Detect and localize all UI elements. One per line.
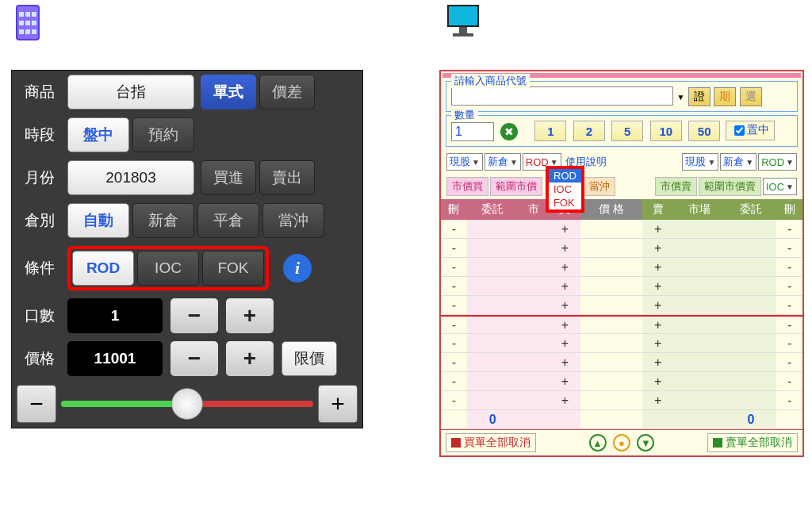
cancel-all-buy[interactable]: 買單全部取消 (446, 433, 536, 452)
label-session: 時段 (20, 125, 67, 145)
label-position: 倉別 (20, 210, 67, 231)
slider-minus[interactable]: − (17, 385, 56, 423)
day-trade[interactable]: 當沖 (584, 177, 615, 196)
row-session: 時段 盤中 預約 (12, 113, 362, 156)
row-position: 倉別 自動 新倉 平倉 當沖 (12, 199, 362, 242)
dropdown-fok[interactable]: FOK (549, 196, 581, 209)
qty-fieldset: 數量 ✖ 1 2 5 10 50 置中 (446, 115, 798, 148)
condition-ioc[interactable]: IOC (137, 251, 199, 286)
desktop-device-icon (447, 5, 479, 36)
h-mkt1: 市 (519, 199, 550, 220)
dropdown-rod[interactable]: ROD (549, 169, 581, 182)
qty-10[interactable]: 10 (650, 121, 682, 141)
symbol-input[interactable] (451, 86, 673, 106)
tab-options[interactable]: 選 (740, 87, 762, 106)
cancel-buy-icon (451, 438, 461, 448)
h-sell: 賣 (642, 199, 673, 220)
ladder-row[interactable]: - + + - (441, 258, 802, 277)
h-order2: 委託 (725, 199, 776, 220)
ladder-row[interactable]: - + + - (441, 372, 802, 391)
qty-plus[interactable]: + (226, 298, 274, 333)
price-input[interactable]: 11001 (67, 341, 163, 376)
qty-minus[interactable]: − (170, 298, 218, 333)
session-intraday[interactable]: 盤中 (67, 117, 129, 152)
price-ladder[interactable]: - + + -- + + -- + + -- + + -- + (441, 220, 802, 429)
ladder-row[interactable]: - + + - (441, 277, 802, 296)
qty-5[interactable]: 5 (611, 121, 643, 141)
month-select[interactable]: 201803 (67, 160, 194, 195)
ladder-total: 0 0 (441, 410, 802, 429)
sel-open-2[interactable]: 新倉▼ (720, 153, 756, 171)
row-slider: − + (12, 380, 362, 428)
sel-ioc[interactable]: IOC▼ (763, 178, 797, 195)
h-del1: 刪 (441, 199, 467, 220)
cancel-sell-icon (713, 438, 722, 448)
mkt-buy[interactable]: 市價買 (446, 177, 488, 196)
range-buy[interactable]: 範圍市價 (490, 177, 542, 196)
sel-rod-2[interactable]: ROD▼ (758, 153, 797, 171)
price-plus[interactable]: + (226, 341, 274, 376)
selector-row-2: 市價買 範圍市價 當沖 市價賣 範圍市價賣 IOC▼ (441, 174, 802, 199)
scroll-down-icon[interactable]: ▼ (637, 434, 654, 451)
qty-1[interactable]: 1 (534, 121, 566, 141)
buy-button[interactable]: 買進 (201, 160, 256, 195)
info-icon[interactable]: i (283, 254, 312, 282)
position-close[interactable]: 平倉 (197, 203, 259, 238)
tab-stock[interactable]: 證 (688, 87, 710, 106)
ladder-row[interactable]: - + + - (441, 220, 802, 239)
qty-input[interactable]: 1 (67, 298, 163, 333)
sell-button[interactable]: 賣出 (259, 160, 315, 195)
slider-plus[interactable]: + (318, 385, 358, 423)
tab-futures[interactable]: 期 (714, 87, 736, 106)
position-auto[interactable]: 自動 (67, 203, 129, 238)
condition-fok[interactable]: FOK (202, 251, 264, 286)
qty-input-desktop[interactable] (451, 122, 494, 141)
row-price: 價格 11001 − + 限價 (12, 337, 362, 380)
position-day[interactable]: 當沖 (262, 203, 324, 238)
h-price: 價 格 (580, 199, 642, 220)
ladder-row[interactable]: - + + - (441, 353, 802, 372)
sel-open[interactable]: 新倉▼ (485, 153, 521, 171)
scroll-up-icon[interactable]: ▲ (589, 434, 607, 451)
rod-dropdown-open: ROD IOC FOK (546, 166, 584, 213)
limit-button[interactable]: 限價 (282, 341, 337, 376)
label-month: 月份 (20, 167, 67, 188)
symbol-fieldset: 請輸入商品代號 ▼ 證 期 選 (446, 81, 798, 112)
ladder-row[interactable]: - + + - (441, 334, 802, 353)
selector-row-1: 現股▼ 新倉▼ ROD▼ 使用說明 現股▼ 新倉▼ ROD▼ ROD IOC F… (441, 150, 802, 174)
mkt-sell[interactable]: 市價賣 (655, 177, 697, 196)
product-select[interactable]: 台指 (67, 75, 194, 110)
dropdown-ioc[interactable]: IOC (549, 182, 581, 196)
center-checkbox[interactable]: 置中 (726, 121, 775, 140)
mobile-device-icon (16, 5, 40, 40)
row-month: 月份 201803 買進 賣出 (12, 156, 362, 199)
desktop-order-panel: 請輸入商品代號 ▼ 證 期 選 數量 ✖ 1 2 5 10 50 置中 現股▼ … (439, 70, 804, 457)
slider-knob[interactable] (171, 388, 203, 420)
ladder-row[interactable]: - + + - (441, 315, 802, 334)
symbol-legend: 請輸入商品代號 (451, 74, 530, 88)
h-order: 委託 (467, 199, 519, 220)
range-sell[interactable]: 範圍市價賣 (699, 177, 761, 196)
spread-button[interactable]: 價差 (259, 75, 315, 110)
price-minus[interactable]: − (170, 341, 218, 376)
ladder-row[interactable]: - + + - (441, 391, 802, 410)
scroll-center-icon[interactable]: ● (613, 434, 630, 451)
condition-rod[interactable]: ROD (72, 251, 134, 286)
row-qty: 口數 1 − + (12, 294, 362, 337)
qty-legend: 數量 (451, 108, 478, 122)
label-product: 商品 (20, 82, 67, 102)
sel-spot-2[interactable]: 現股▼ (682, 153, 718, 171)
label-qty: 口數 (20, 305, 67, 326)
ladder-row[interactable]: - + + - (441, 296, 802, 315)
ladder-row[interactable]: - + + - (441, 239, 802, 258)
single-button[interactable]: 單式 (201, 75, 256, 110)
qty-2[interactable]: 2 (573, 121, 605, 141)
slider-track[interactable] (61, 401, 313, 407)
row-condition: 條件 ROD IOC FOK i (12, 242, 362, 294)
clear-qty-icon[interactable]: ✖ (500, 123, 518, 140)
session-reserve[interactable]: 預約 (132, 117, 194, 152)
position-open[interactable]: 新倉 (132, 203, 194, 238)
sel-spot[interactable]: 現股▼ (446, 153, 483, 171)
qty-50[interactable]: 50 (688, 121, 720, 141)
cancel-all-sell[interactable]: 賣單全部取消 (707, 433, 798, 452)
